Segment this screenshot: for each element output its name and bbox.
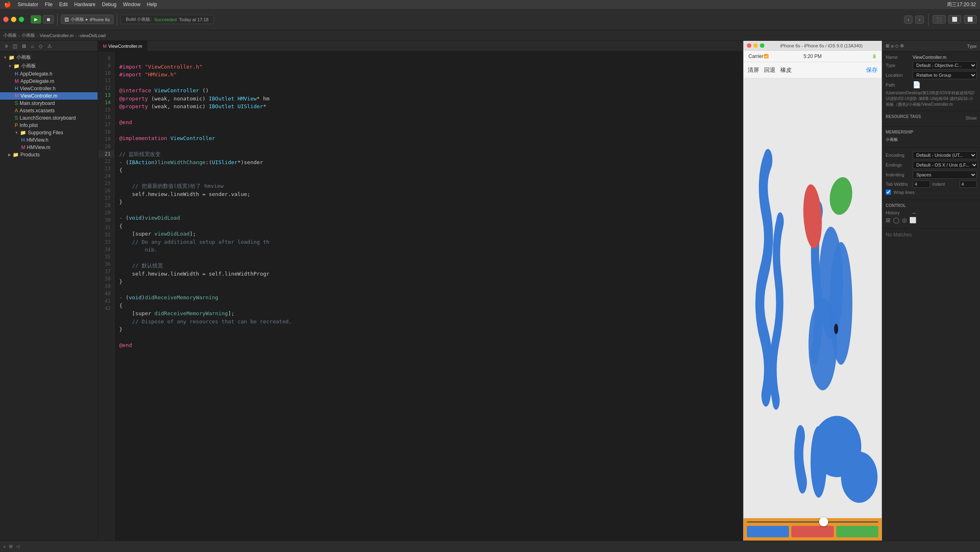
location-select[interactable]: Relative to Group [913,71,977,79]
ln-34: 34 [98,246,114,253]
indent-input[interactable] [960,180,977,188]
bottom-icon-1[interactable]: ⊞ [9,544,13,549]
sidebar-icon-1[interactable]: ≡ [3,42,9,50]
name-value: ViewController.m [913,55,947,60]
sim-btn-clear[interactable]: 清屏 [748,67,759,74]
menu-hardware[interactable]: Hardware [74,2,96,7]
sidebar-item-appdelegate-m[interactable]: M AppDelegate.m [0,78,98,85]
sidebar-icon-2[interactable]: ◫ [11,42,19,50]
subfolder-icon: 📁 [13,63,20,69]
show-button[interactable]: Show [965,116,977,120]
ln-38: 38 [98,275,114,283]
close-button[interactable] [3,17,9,22]
svg-point-4 [811,426,827,498]
sim-color-blue[interactable] [747,526,789,537]
menu-file[interactable]: File [45,2,53,7]
sim-close-button[interactable] [747,43,751,48]
type-select[interactable]: Default - Objective-C... [913,61,977,69]
wrap-lines-checkbox[interactable] [886,189,891,195]
sidebar-item-root[interactable]: ▼ 📁 小画板 [0,53,98,62]
sidebar-item-subgroup[interactable]: ▼ 📁 小画板 [0,62,98,70]
sidebar-item-viewcontroller-h[interactable]: H ViewController.h [0,85,98,92]
apple-menu[interactable]: 🍎 [4,1,11,8]
layout-button-1[interactable]: ⬛ [933,15,946,24]
code-area[interactable]: 8 9 10 11 12 13 14 15 16 17 18 19 20 21 … [98,51,743,541]
menu-simulator[interactable]: Simulator [18,2,38,7]
ctrl-icon-2[interactable]: ◯ [893,217,900,223]
sidebar-item-products[interactable]: ▶ 📁 Products [0,151,98,158]
tab-width-input[interactable] [913,180,930,188]
ctrl-icon-3[interactable]: ◎ [902,217,907,223]
menu-window[interactable]: Window [123,2,140,7]
sidebar-item-main-storyboard[interactable]: S Main.storyboard [0,100,98,107]
rp-icon-1[interactable]: ⊞ [886,43,889,49]
endings-label: Endings [886,162,910,167]
bottom-icon-2[interactable]: ◁ [16,544,19,549]
sidebar-item-assets[interactable]: A Assets.xcassets [0,107,98,114]
sidebar-item-hmview-m[interactable]: M HMView.m [0,144,98,151]
ctrl-icon-1[interactable]: ⊞ [886,217,891,223]
sim-color-red[interactable] [791,526,833,537]
stop-button[interactable]: ◼ [43,15,54,24]
sim-bottom-controls [744,518,882,541]
sidebar-item-info-plist[interactable]: P Info.plist [0,122,98,129]
main-layout: ≡ ◫ ⊞ ⌕ ◇ ⚠ ▼ 📁 小画板 ▼ 📁 小画板 [0,41,980,541]
menu-help[interactable]: Help [147,2,157,7]
sidebar-item-appdelegate-h[interactable]: H AppDelegate.h [0,70,98,78]
editor-tab-viewcontroller[interactable]: M ViewController.m [98,41,147,51]
rp-title: Type [967,44,977,49]
breadcrumb-item-3[interactable]: ViewController.m [40,33,74,38]
menu-edit[interactable]: Edit [59,2,68,7]
sim-slider-thumb[interactable] [819,517,828,526]
xcode-window: 🍎 Simulator File Edit Hardware Debug Win… [0,0,980,552]
sidebar-item-viewcontroller-m[interactable]: M ViewController.m [0,92,98,100]
sim-color-green[interactable] [836,526,878,537]
rp-icon-2[interactable]: ≡ [891,44,893,49]
sim-btn-eraser[interactable]: 橡皮 [780,67,792,74]
rp-icon-4[interactable]: ⚙ [900,43,904,49]
run-button[interactable]: ▶ [31,15,41,24]
sim-canvas[interactable] [744,78,882,518]
separator [57,13,58,26]
breadcrumb-item-2[interactable]: 小画板 [22,32,35,38]
sidebar-item-supporting[interactable]: ▼ 📁 Supporting Files [0,129,98,136]
sim-btn-save[interactable]: 保存 [866,67,878,74]
sim-btn-undo[interactable]: 回退 [764,67,775,74]
wrap-row: Wrap lines [886,189,977,195]
sidebar-icon-3[interactable]: ⊞ [20,42,28,50]
layout-button-2[interactable]: ⬜ [948,15,961,24]
ctrl-icon-4[interactable]: ⬜ [909,217,916,223]
breadcrumb-sep-1: › [18,33,20,38]
sidebar-icon-5[interactable]: ◇ [37,42,44,50]
nav-back-button[interactable]: ‹ [904,16,913,24]
sidebar-icon-4[interactable]: ⌕ [29,42,36,50]
rp-icon-3[interactable]: ◇ [895,43,898,49]
breadcrumb-item-4[interactable]: -viewDidLoad [78,33,106,38]
layout-button-3[interactable]: ⬜ [964,15,977,24]
scheme-selector[interactable]: 🖼 小画板 ▸ iPhone 6s [61,15,114,24]
file-icon-h1: H [15,71,18,77]
sim-max-button[interactable] [760,43,764,48]
encoding-select[interactable]: Default - Unicode (UT... [913,151,977,159]
sim-slider-track[interactable] [747,521,878,523]
ln-9: 9 [98,62,114,69]
sim-drawing-svg [744,78,882,518]
ln-39: 39 [98,283,114,290]
file-icon-m2: M [15,93,19,99]
nav-forward-button[interactable]: › [915,16,924,24]
indenting-select[interactable]: Spaces [913,171,977,179]
sidebar-item-hmview-h[interactable]: H HMView.h [0,136,98,144]
assets-label: Assets.xcassets [20,108,55,114]
endings-select[interactable]: Default - OS X / Unix (LF... [913,161,978,169]
menu-debug[interactable]: Debug [102,2,116,7]
maximize-button[interactable] [19,17,24,22]
bottom-bar: + ⊞ ◁ [0,541,980,552]
membership-item: 小画板 [886,137,898,142]
sidebar-icon-6[interactable]: ⚠ [46,42,53,50]
breadcrumb-item-1[interactable]: 小画板 [3,32,17,38]
bottom-add-btn[interactable]: + [3,544,6,549]
code-content[interactable]: #import "ViewController.h" #import "HMVi… [114,51,743,541]
minimize-button[interactable] [11,17,16,22]
sim-min-button[interactable] [753,43,758,48]
sidebar-item-launch-storyboard[interactable]: S LaunchScreen.storyboard [0,114,98,122]
